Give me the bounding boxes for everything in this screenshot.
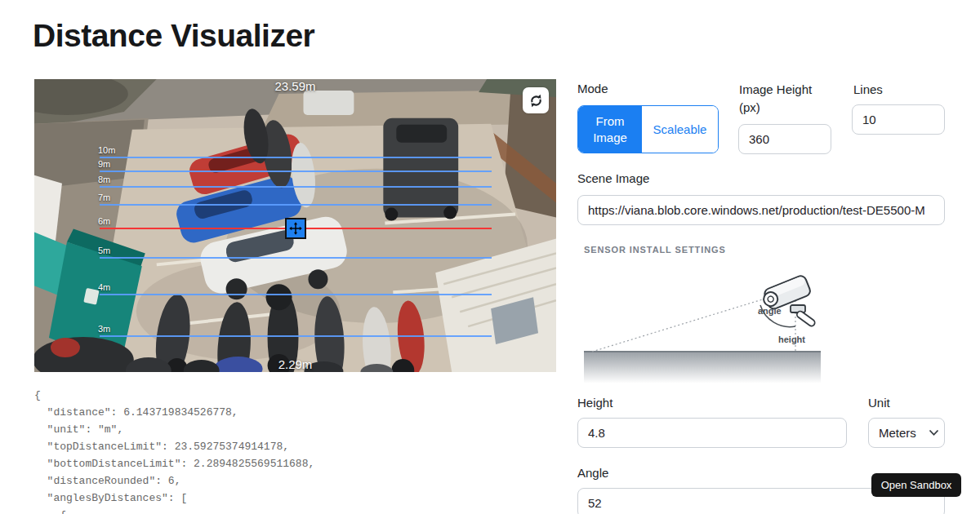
lines-input[interactable] [852, 104, 945, 135]
distance-line-3m [100, 335, 492, 337]
drag-handle[interactable] [285, 218, 306, 239]
diagram-angle-label: angle [758, 306, 782, 316]
chevron-down-icon [929, 429, 939, 436]
mode-from-image-button[interactable]: From Image [578, 106, 642, 153]
distance-line-label: 3m [98, 324, 110, 334]
distance-line-label: 9m [98, 159, 110, 169]
open-sandbox-button[interactable]: Open Sandbox [871, 473, 961, 497]
distance-line-label: 8m [98, 175, 110, 184]
height-input[interactable] [577, 418, 847, 448]
distance-line-label: 6m [98, 216, 110, 226]
distance-line-5m [100, 257, 492, 259]
distance-line-8m [100, 186, 492, 188]
distance-line-4m [100, 294, 492, 295]
page: Distance Visualizer [0, 0, 980, 514]
unit-select[interactable]: Meters [868, 418, 945, 448]
scene-viewer[interactable]: 10m9m8m7m6m5m4m3m 23.59m 2.29m [34, 79, 556, 372]
scene-image-label: Scene Image [577, 170, 649, 188]
page-title: Distance Visualizer [33, 18, 314, 54]
distance-line-7m [100, 204, 492, 206]
sensor-install-diagram: angle height [584, 259, 821, 383]
lines-label: Lines [853, 81, 883, 99]
distance-line-9m [100, 171, 492, 172]
unit-label: Unit [868, 394, 890, 412]
camera-illustration [760, 274, 816, 327]
mode-scaleable-button[interactable]: Scaleable [642, 106, 718, 153]
bottom-distance-label: 2.29m [34, 357, 556, 371]
output-json: { "distance": 6.143719834526778, "unit":… [34, 387, 314, 514]
distance-line-label: 7m [98, 193, 110, 202]
angle-label: Angle [577, 464, 608, 482]
move-icon [289, 222, 302, 235]
scene-image-input[interactable] [577, 195, 945, 225]
refresh-button[interactable] [523, 87, 549, 113]
top-distance-label: 23.59m [34, 79, 556, 93]
unit-select-value: Meters [879, 426, 929, 440]
mode-label: Mode [577, 80, 608, 98]
distance-line-label: 4m [98, 282, 110, 292]
refresh-icon [529, 94, 543, 108]
sensor-settings-heading: SENSOR INSTALL SETTINGS [584, 245, 726, 255]
distance-line-label: 10m [98, 145, 115, 155]
height-label: Height [577, 394, 612, 412]
image-height-input[interactable] [738, 124, 831, 154]
diagram-height-label: height [778, 335, 805, 344]
image-height-label: Image Height (px) [739, 81, 827, 117]
distance-line-10m [100, 157, 492, 158]
distance-line-label: 5m [98, 246, 110, 255]
mode-toggle: From Image Scaleable [577, 105, 719, 153]
